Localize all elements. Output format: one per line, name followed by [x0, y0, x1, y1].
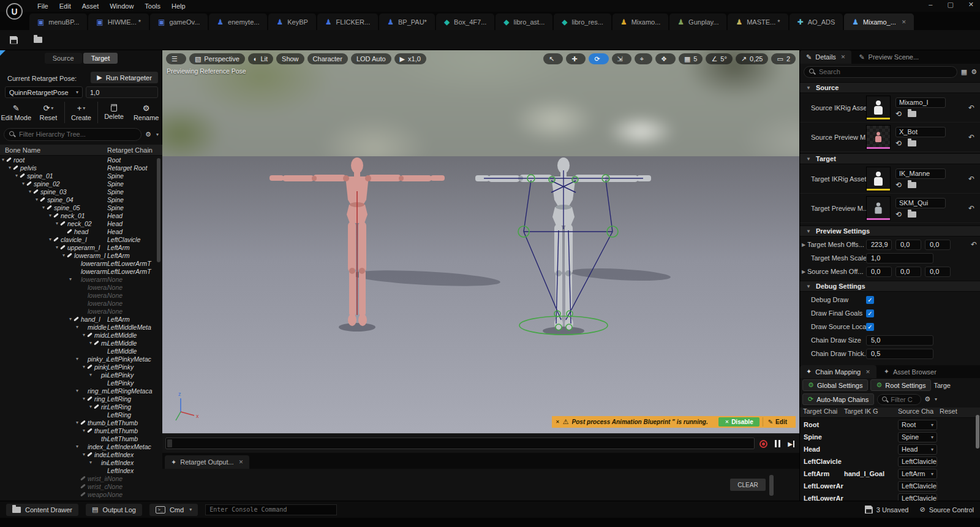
bone-tree-row[interactable]: ▾ upperarm_l LeftArm [0, 243, 162, 251]
bone-tree-row[interactable]: ▾ index_01_l LeftIndex [0, 450, 162, 458]
chain-filter-input[interactable]: Filter C [877, 394, 921, 405]
expander-icon[interactable]: ▾ [76, 388, 78, 393]
bone-tree-row[interactable]: ▾ lowerarm_twist LeftLowerArmT [0, 259, 162, 267]
bone-tree-row[interactable]: ▾ index_03 LeftIndex [0, 466, 162, 474]
expander-icon[interactable]: ▾ [2, 157, 4, 162]
3d-viewport[interactable]: z x ☰ ▧ Perspective [162, 50, 799, 433]
source-chain-dropdown[interactable]: Spine▾ [898, 432, 937, 442]
chain-mapping-row[interactable]: LeftLowerAr LeftClavicle▾ [800, 480, 980, 492]
expander-icon[interactable]: ▾ [22, 181, 24, 186]
chain-settings-gear-icon[interactable]: ⚙ [924, 395, 930, 403]
transform-tool-pill[interactable]: ⟳ [589, 53, 608, 64]
bone-tree-row[interactable]: ▾ middle_0 LeftMiddle [0, 347, 162, 355]
offset-z-field[interactable]: 0,0 [925, 240, 951, 250]
output-scrollbar[interactable] [769, 475, 774, 496]
browse-content-icon[interactable] [34, 37, 42, 43]
asset-tab[interactable]: ♟ BP_PAU* [379, 13, 435, 30]
expander-icon[interactable]: ▾ [83, 332, 85, 338]
asset-tab[interactable]: ◆ libro_ast... [496, 13, 552, 30]
bone-tree-row[interactable]: ▾ spine_05 Spine [0, 203, 162, 211]
asset-tab[interactable]: ♟ Mixamo_... ✕ [844, 13, 914, 30]
row-expander-icon[interactable]: ▶ [800, 269, 807, 275]
menu-item[interactable]: Tools [139, 2, 166, 10]
close-icon[interactable]: ✕ [968, 1, 974, 9]
bone-tree-row[interactable]: ▾ thumb_01_l LeftThumb [0, 419, 162, 427]
asset-tab[interactable]: ♟ Gunplay... [669, 13, 726, 30]
bone-tree-row[interactable]: ▾ index_metaca LeftIndexMetac [0, 442, 162, 450]
pause-icon[interactable] [775, 440, 780, 447]
target-settings-clipped-label[interactable]: Targe [933, 382, 951, 389]
asset-thumbnail[interactable] [866, 125, 891, 150]
tab-close-icon[interactable]: ✕ [865, 369, 870, 375]
chain-mapping-row[interactable]: LeftClavicle LeftClavicle▾ [800, 455, 980, 468]
asset-tab[interactable]: ▣ menuBP... [29, 13, 87, 30]
bone-tree-row[interactable]: ▾ lowerarm_out None [0, 291, 162, 299]
bone-tree-row[interactable]: ▾ root Root [0, 156, 162, 164]
bone-tree-row[interactable]: ▾ ring_metacarp LeftRingMetaca [0, 387, 162, 395]
source-chain-dropdown[interactable]: Head▾ [898, 444, 937, 455]
reset-to-default-icon[interactable]: ↶ [971, 240, 977, 249]
bone-tree-row[interactable]: ▾ spine_02 Spine [0, 180, 162, 188]
asset-tab[interactable]: ◆ libro_res... [554, 13, 611, 30]
asset-dropdown[interactable]: Mixamo_I▾ [895, 97, 946, 108]
tab-close-icon[interactable]: ✕ [902, 19, 907, 25]
expander-icon[interactable]: ▾ [56, 221, 58, 226]
transform-tool-pill[interactable]: ▦ 5 [679, 53, 703, 64]
chain-mapping-row[interactable]: Root Root▾ [800, 419, 980, 431]
asset-tab[interactable]: ♟ enemyte... [209, 13, 267, 30]
viewport-option-pill[interactable]: ▶ x1,0 [394, 53, 426, 64]
expander-icon[interactable]: ▾ [76, 324, 78, 330]
expander-icon[interactable]: ▾ [76, 444, 78, 449]
dismiss-warning-icon[interactable]: ✕ [556, 419, 560, 425]
chain-mapping-row[interactable]: Head Head▾ [800, 443, 980, 455]
viewport-option-pill[interactable]: Show [276, 53, 304, 64]
pose-tool-button[interactable]: ⟳▾ Reset [32, 102, 65, 123]
maximize-icon[interactable]: ▢ [947, 1, 953, 9]
chevron-down-icon[interactable]: ▾ [935, 396, 937, 402]
bone-tree-row[interactable]: ▾ spine_03 Spine [0, 188, 162, 195]
browse-to-asset-icon[interactable] [908, 111, 916, 117]
tab-close-icon[interactable]: ✕ [239, 459, 244, 465]
reset-to-default-icon[interactable]: ↶ [968, 175, 974, 183]
bone-tree-row[interactable]: ▾ pinky_01_l LeftPinky [0, 363, 162, 371]
checkbox[interactable]: ✓ [866, 309, 874, 317]
bone-tree-row[interactable]: ▾ pelvis Retarget Root [0, 164, 162, 172]
transform-tool-pill[interactable]: ∠ 5° [706, 53, 732, 64]
viewport-option-pill[interactable]: ▧ Perspective [189, 53, 245, 64]
use-selected-icon[interactable]: ⟲ [895, 110, 902, 118]
transform-tool-pill[interactable]: ↖ [543, 53, 563, 64]
preview-scene-tab[interactable]: ✎ Preview Scene... [853, 50, 925, 64]
pose-tool-button[interactable]: +▾ Create [64, 102, 97, 123]
target-section-header[interactable]: ▼ Target [800, 153, 980, 164]
use-selected-icon[interactable]: ⟲ [895, 139, 902, 148]
bone-tree-row[interactable]: ▾ thumb_02_l LeftThumb [0, 427, 162, 434]
preview-settings-header[interactable]: ▼ Preview Settings [800, 226, 980, 237]
hierarchy-filter-input[interactable]: Filter Hierarchy Tree... [4, 128, 141, 141]
retarget-pose-dropdown[interactable]: QuinnRetargetPose▾ [5, 86, 83, 98]
menu-item[interactable]: Help [166, 2, 191, 10]
settings-gear-icon[interactable]: ⚙ [971, 68, 977, 76]
asset-browser-tab[interactable]: ✦ Asset Browser [878, 365, 943, 378]
bone-tree-row[interactable]: ▾ lowerarm_l LeftArm [0, 251, 162, 259]
source-control-status[interactable]: ⊘ Source Control [919, 506, 974, 514]
expander-icon[interactable]: ▾ [83, 428, 85, 433]
asset-tab[interactable]: ♟ Mixamo... [612, 13, 668, 30]
step-forward-icon[interactable] [788, 441, 794, 447]
bone-tree-row[interactable]: ▾ wrist_inner_l None [0, 474, 162, 482]
asset-thumbnail[interactable] [866, 167, 891, 191]
tab-close-icon[interactable]: ✕ [841, 54, 846, 60]
source-chain-dropdown[interactable]: LeftClavicle▾ [898, 481, 937, 491]
bone-tree-row[interactable]: ▾ spine_04 Spine [0, 195, 162, 203]
run-retargeter-button[interactable]: ▶ Run Retargeter [91, 72, 158, 83]
browse-to-asset-icon[interactable] [908, 182, 916, 188]
viewport-option-pill[interactable]: Character [307, 53, 348, 64]
chain-mapping-row[interactable]: LeftArm hand_l_Goal LeftArm▾ [800, 468, 980, 480]
clear-log-button[interactable]: CLEAR [730, 479, 766, 491]
pose-blend-input[interactable] [86, 86, 158, 98]
menu-item[interactable]: Edit [54, 2, 77, 10]
reset-to-default-icon[interactable]: ↶ [968, 133, 974, 142]
asset-tab[interactable]: ♟ KeyBP [268, 13, 315, 30]
pose-tool-button[interactable]: ▾ Delete [97, 102, 130, 123]
use-selected-icon[interactable]: ⟲ [895, 181, 902, 189]
offset-z-field[interactable]: 0,0 [925, 267, 951, 277]
